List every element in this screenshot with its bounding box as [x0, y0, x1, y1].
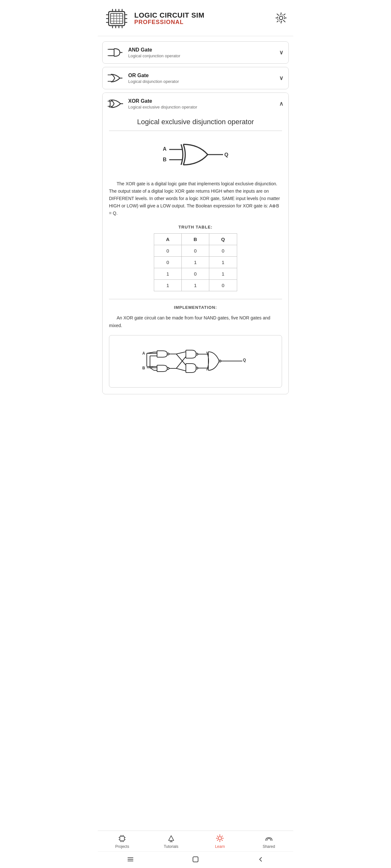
and-gate-chevron[interactable]: ∨: [279, 49, 283, 56]
truth-table-cell: 0: [209, 280, 237, 291]
or-gate-subtitle: Logical disjunction operator: [128, 79, 279, 84]
or-gate-card[interactable]: OR Gate Logical disjunction operator ∨: [102, 67, 289, 89]
truth-table-cell: 1: [209, 268, 237, 280]
svg-line-79: [176, 354, 186, 365]
xor-gate-chevron[interactable]: ∧: [279, 100, 283, 107]
header: LOGIC CIRCUIT SIM PROFESSIONAL: [98, 0, 293, 36]
xor-divider2: [109, 299, 282, 299]
truth-table-cell: 1: [181, 257, 209, 268]
svg-point-23: [278, 14, 285, 22]
and-gate-title: AND Gate: [128, 47, 279, 53]
settings-button[interactable]: [275, 12, 287, 25]
and-gate-card[interactable]: AND Gate Logical conjunction operator ∨: [102, 41, 289, 64]
truth-table-wrap: A B Q 000011101110: [109, 233, 282, 291]
and-gate-text: AND Gate Logical conjunction operator: [128, 47, 279, 58]
xor-content: Logical exclusive disjunction operator A…: [103, 115, 288, 394]
truth-table-cell: 1: [154, 268, 182, 280]
logo-main: LOGIC CIRCUIT SIM: [134, 11, 204, 19]
logo-text: LOGIC CIRCUIT SIM PROFESSIONAL: [134, 11, 204, 26]
svg-line-66: [150, 368, 154, 370]
logo-sub: PROFESSIONAL: [134, 19, 204, 26]
svg-text:B: B: [163, 157, 167, 162]
and-gate-subtitle: Logical conjunction operator: [128, 54, 279, 58]
truth-table-row: 110: [154, 280, 237, 291]
xor-panel-title: Logical exclusive disjunction operator: [109, 118, 282, 126]
svg-point-71: [196, 353, 198, 355]
svg-text:A: A: [163, 146, 167, 152]
truth-table: A B Q 000011101110: [154, 233, 237, 291]
truth-table-row: 011: [154, 257, 237, 268]
or-gate-text: OR Gate Logical disjunction operator: [128, 73, 279, 84]
svg-text:Q: Q: [224, 152, 228, 157]
or-gate-title: OR Gate: [128, 73, 279, 79]
truth-table-header-a: A: [154, 234, 182, 245]
xor-gate-text: XOR Gate Logical exclusive disjunction o…: [128, 98, 279, 110]
xor-gate-card[interactable]: XOR Gate Logical exclusive disjunction o…: [103, 93, 288, 115]
implementation-label: IMPLEMENTATION:: [109, 305, 282, 310]
truth-table-cell: 0: [181, 268, 209, 280]
truth-table-cell: 0: [154, 245, 182, 257]
svg-point-50: [167, 353, 169, 355]
truth-table-row: 000: [154, 245, 237, 257]
svg-point-22: [279, 16, 283, 20]
and-gate-icon: [108, 46, 124, 59]
gates-list: AND Gate Logical conjunction operator ∨ …: [98, 36, 293, 394]
xor-gate-icon: [108, 97, 124, 110]
svg-line-72: [176, 352, 186, 354]
truth-table-cell: 1: [209, 257, 237, 268]
truth-table-cell: 1: [154, 280, 182, 291]
xor-gate-subtitle: Logical exclusive disjunction operator: [128, 105, 279, 110]
svg-text:Q: Q: [243, 358, 246, 362]
header-left: LOGIC CIRCUIT SIM PROFESSIONAL: [102, 6, 204, 31]
implementation-description: An XOR gate circuit can be made from fou…: [109, 314, 282, 329]
xor-gate-panel: XOR Gate Logical exclusive disjunction o…: [102, 93, 289, 394]
truth-table-label: TRUTH TABLE:: [109, 225, 282, 229]
or-gate-chevron[interactable]: ∨: [279, 74, 283, 82]
svg-text:A: A: [142, 351, 145, 355]
svg-point-57: [167, 367, 169, 369]
svg-point-78: [196, 367, 198, 369]
truth-table-header-b: B: [181, 234, 209, 245]
xor-description: The XOR gate is a digital logic gate tha…: [109, 180, 282, 217]
xor-diagram: A B Q: [109, 137, 282, 173]
truth-table-cell: 0: [181, 245, 209, 257]
svg-line-73: [176, 356, 186, 368]
implementation-diagram: A B Q: [109, 335, 282, 388]
truth-table-cell: 0: [209, 245, 237, 257]
svg-text:B: B: [142, 366, 145, 370]
xor-gate-title: XOR Gate: [128, 98, 279, 104]
truth-table-header-q: Q: [209, 234, 237, 245]
truth-table-cell: 0: [154, 257, 182, 268]
logo-icon: [102, 6, 131, 31]
svg-point-85: [219, 360, 221, 362]
truth-table-row: 101: [154, 268, 237, 280]
truth-table-cell: 1: [181, 280, 209, 291]
or-gate-icon: [108, 72, 124, 85]
svg-line-80: [176, 368, 186, 371]
